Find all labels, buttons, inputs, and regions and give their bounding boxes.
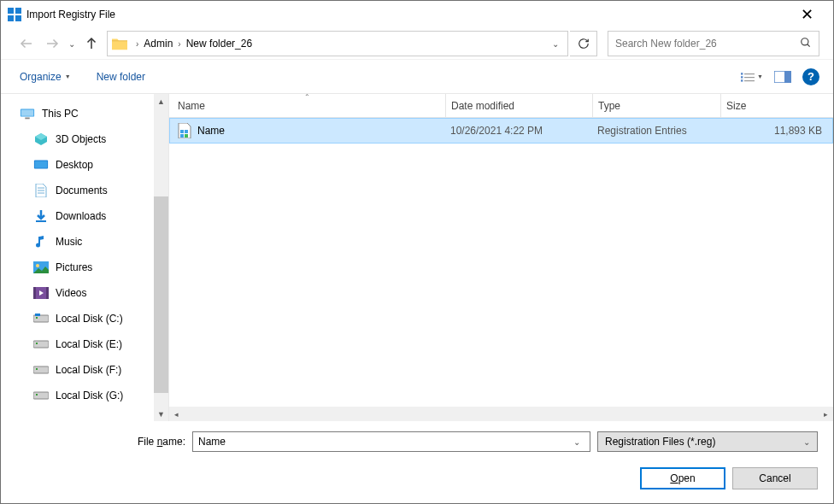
tree-label: Downloads xyxy=(56,210,106,222)
view-options-button[interactable]: ▼ xyxy=(741,67,763,86)
svg-rect-19 xyxy=(25,118,29,120)
refresh-button[interactable] xyxy=(570,31,597,56)
file-size: 11,893 KB xyxy=(720,125,832,137)
help-button[interactable]: ? xyxy=(802,68,819,85)
filename-input-container[interactable]: ⌄ xyxy=(192,431,590,452)
folder-tree: This PC 3D Objects Desktop Documents Dow… xyxy=(1,94,154,421)
content-hscrollbar[interactable]: ◂ ▸ xyxy=(169,407,833,421)
svg-rect-27 xyxy=(33,287,36,299)
preview-pane-button[interactable] xyxy=(772,67,794,86)
new-folder-button[interactable]: New folder xyxy=(91,67,150,86)
svg-rect-31 xyxy=(35,314,40,316)
svg-point-7 xyxy=(802,38,808,44)
chevron-right-icon[interactable]: › xyxy=(133,39,141,49)
svg-point-25 xyxy=(36,264,39,267)
pictures-icon xyxy=(33,260,49,275)
filename-dropdown[interactable]: ⌄ xyxy=(569,437,584,447)
desktop-icon xyxy=(33,157,49,173)
tree-label: Documents xyxy=(56,185,108,196)
search-box[interactable] xyxy=(608,31,819,56)
documents-icon xyxy=(33,183,49,198)
tree-downloads[interactable]: Downloads xyxy=(15,203,154,229)
svg-rect-16 xyxy=(784,71,791,83)
column-headers: ⌃Name Date modified Type Size xyxy=(169,94,833,118)
tree-3d-objects[interactable]: 3D Objects xyxy=(15,126,154,152)
forward-button[interactable] xyxy=(40,32,64,56)
tree-label: Pictures xyxy=(56,261,92,273)
svg-rect-37 xyxy=(36,394,38,396)
tree-pictures[interactable]: Pictures xyxy=(15,255,154,280)
svg-rect-41 xyxy=(185,134,188,138)
sidebar-scrollbar[interactable]: ▲ ▼ xyxy=(154,94,168,421)
search-icon[interactable] xyxy=(800,37,812,51)
videos-icon xyxy=(33,285,49,301)
svg-rect-30 xyxy=(36,317,38,319)
chevron-down-icon: ▼ xyxy=(757,73,763,79)
tree-this-pc[interactable]: This PC xyxy=(15,101,154,126)
file-list: ⌃Name Date modified Type Size Name 10/26… xyxy=(168,94,833,421)
column-header-date[interactable]: Date modified xyxy=(446,94,593,117)
svg-rect-29 xyxy=(33,315,49,322)
scroll-right-button[interactable]: ▸ xyxy=(819,407,833,421)
column-header-size[interactable]: Size xyxy=(721,94,833,117)
tree-label: Local Disk (F:) xyxy=(56,364,121,376)
tree-label: Local Disk (E:) xyxy=(56,338,122,350)
svg-line-8 xyxy=(808,44,810,46)
svg-rect-1 xyxy=(15,8,21,14)
column-header-name[interactable]: ⌃Name xyxy=(169,94,446,117)
svg-rect-32 xyxy=(33,341,49,348)
svg-rect-36 xyxy=(33,392,49,399)
recent-dropdown[interactable]: ⌄ xyxy=(66,32,78,56)
tree-local-disk-g[interactable]: Local Disk (G:) xyxy=(15,383,154,408)
breadcrumb-admin[interactable]: Admin xyxy=(141,38,175,50)
sidebar: This PC 3D Objects Desktop Documents Dow… xyxy=(1,94,168,421)
svg-rect-10 xyxy=(744,73,755,73)
tree-local-disk-c[interactable]: Local Disk (C:) xyxy=(15,306,154,331)
file-type-filter[interactable]: Registration Files (*.reg) ⌄ xyxy=(597,431,818,452)
up-button[interactable] xyxy=(79,32,103,56)
chevron-down-icon: ⌄ xyxy=(803,437,810,447)
tree-label: 3D Objects xyxy=(56,133,106,145)
back-button[interactable] xyxy=(15,32,38,56)
organize-label: Organize xyxy=(20,71,62,83)
svg-rect-14 xyxy=(744,80,755,81)
column-header-type[interactable]: Type xyxy=(593,94,721,117)
breadcrumb-current[interactable]: New folder_26 xyxy=(184,38,255,50)
disk-icon xyxy=(33,388,49,403)
bottom-panel: File name: ⌄ Registration Files (*.reg) … xyxy=(1,421,833,503)
close-button[interactable]: ✕ xyxy=(788,2,826,27)
svg-rect-28 xyxy=(46,287,49,299)
window-title: Import Registry File xyxy=(26,9,788,21)
svg-rect-3 xyxy=(15,15,21,21)
downloads-icon xyxy=(33,208,49,224)
tree-label: This PC xyxy=(42,108,79,120)
scroll-down-button[interactable]: ▼ xyxy=(154,407,168,421)
open-button[interactable]: Open xyxy=(640,467,725,489)
organize-button[interactable]: Organize ▼ xyxy=(15,67,76,86)
main-area: This PC 3D Objects Desktop Documents Dow… xyxy=(1,93,833,421)
tree-local-disk-f[interactable]: Local Disk (F:) xyxy=(15,357,154,383)
address-bar[interactable]: › Admin › New folder_26 ⌄ xyxy=(107,31,568,56)
scroll-thumb[interactable] xyxy=(154,196,168,393)
scroll-left-button[interactable]: ◂ xyxy=(169,407,184,421)
svg-rect-13 xyxy=(741,79,743,81)
svg-rect-9 xyxy=(741,73,743,74)
svg-rect-33 xyxy=(36,343,38,344)
cancel-button[interactable]: Cancel xyxy=(732,467,818,489)
3d-objects-icon xyxy=(33,132,49,147)
svg-rect-21 xyxy=(35,161,47,168)
filename-input[interactable] xyxy=(198,436,569,448)
scroll-up-button[interactable]: ▲ xyxy=(154,94,168,108)
tree-local-disk-e[interactable]: Local Disk (E:) xyxy=(15,331,154,357)
chevron-right-icon[interactable]: › xyxy=(175,39,183,49)
address-dropdown[interactable]: ⌄ xyxy=(547,39,564,49)
file-row[interactable]: Name 10/26/2021 4:22 PM Registration Ent… xyxy=(169,118,833,144)
tree-videos[interactable]: Videos xyxy=(15,280,154,306)
tree-desktop[interactable]: Desktop xyxy=(15,152,154,178)
filter-label: Registration Files (*.reg) xyxy=(605,436,803,448)
tree-documents[interactable]: Documents xyxy=(15,178,154,203)
tree-music[interactable]: Music xyxy=(15,229,154,255)
chevron-down-icon: ▼ xyxy=(65,73,71,79)
file-type: Registration Entries xyxy=(592,125,720,137)
search-input[interactable] xyxy=(615,38,800,50)
